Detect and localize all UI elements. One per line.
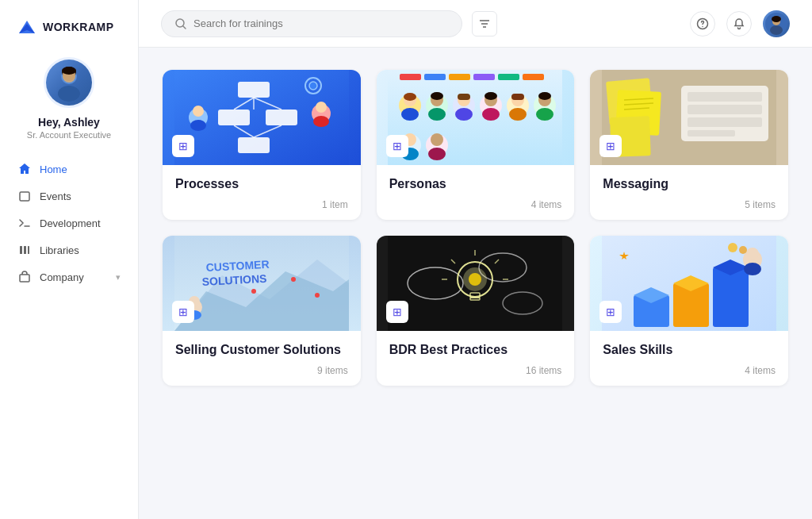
messaging-badge: ⊞ (599, 135, 622, 157)
svg-rect-68 (511, 94, 524, 100)
header-avatar-image (765, 13, 787, 35)
sidebar-item-company[interactable]: Company ▾ (8, 263, 130, 290)
svg-point-72 (538, 92, 551, 100)
svg-point-124 (746, 248, 759, 260)
svg-rect-45 (449, 74, 470, 80)
svg-point-78 (428, 148, 446, 160)
card-processes-image: ⊞ (163, 70, 361, 165)
card-sales[interactable]: ⊞ Sales Skills 4 items (590, 236, 788, 386)
svg-point-41 (309, 82, 317, 90)
logo-text: WORKRAMP (43, 21, 114, 33)
personas-illustration (388, 70, 562, 165)
svg-point-23 (772, 16, 781, 22)
sales-card-title: Sales Skills (603, 342, 776, 359)
sidebar-item-development[interactable]: Development (8, 210, 130, 236)
svg-point-125 (744, 263, 761, 275)
sales-card-items: 4 items (603, 365, 776, 376)
svg-rect-81 (688, 92, 762, 102)
svg-point-51 (401, 108, 419, 121)
svg-rect-27 (266, 110, 297, 125)
company-icon (17, 270, 32, 284)
card-personas[interactable]: ⊞ Personas 4 items (377, 70, 575, 220)
svg-point-71 (536, 108, 553, 121)
svg-rect-43 (400, 74, 421, 80)
chevron-down-icon: ▾ (116, 272, 121, 283)
processes-card-title: Processes (175, 176, 348, 193)
selling-illustration: CUSTOMER SOLUTIONS (174, 236, 349, 331)
filter-button[interactable] (472, 11, 497, 37)
svg-point-8 (62, 67, 76, 75)
user-greeting: Hey, Ashley (38, 116, 100, 129)
card-sales-image: ⊞ (590, 236, 788, 331)
card-selling[interactable]: CUSTOMER SOLUTIONS ⊞ (163, 236, 361, 386)
selling-badge: ⊞ (172, 301, 194, 323)
svg-point-64 (485, 92, 497, 100)
user-title: Sr. Account Executive (27, 130, 111, 140)
messaging-card-body: Messaging 5 items (590, 165, 788, 220)
bdr-card-items: 16 items (389, 365, 562, 376)
svg-rect-12 (28, 246, 29, 254)
sidebar-item-events-label: Events (40, 190, 121, 202)
card-bdr-image: ⊞ (377, 236, 575, 331)
messaging-card-title: Messaging (603, 176, 776, 193)
personas-badge: ⊞ (386, 135, 408, 157)
card-messaging[interactable]: ⊞ Messaging 5 items (590, 70, 788, 220)
svg-point-19 (702, 25, 703, 27)
development-icon (17, 216, 32, 230)
svg-point-56 (431, 92, 443, 100)
svg-rect-47 (498, 74, 519, 80)
selling-card-body: Selling Customer Solutions 9 items (163, 331, 361, 386)
sidebar-item-home[interactable]: Home (8, 156, 130, 183)
sidebar: WORKRAMP Hey, Ashley Sr. Account Executi… (0, 0, 139, 519)
user-avatar[interactable] (44, 57, 94, 108)
sidebar-item-company-label: Company (40, 271, 108, 283)
svg-point-59 (455, 108, 473, 121)
messaging-card-items: 5 items (603, 199, 776, 210)
notifications-button[interactable] (726, 11, 752, 37)
svg-rect-83 (688, 117, 762, 127)
selling-card-title: Selling Customer Solutions (175, 342, 348, 359)
search-bar[interactable] (161, 10, 462, 37)
svg-point-63 (482, 108, 500, 121)
search-input[interactable] (193, 17, 449, 29)
messaging-illustration (602, 70, 776, 165)
personas-card-title: Personas (389, 176, 562, 193)
svg-rect-26 (218, 110, 250, 125)
card-messaging-image: ⊞ (590, 70, 788, 165)
user-menu-button[interactable] (763, 10, 790, 37)
cards-row-2: CUSTOMER SOLUTIONS ⊞ (163, 236, 788, 386)
svg-point-52 (404, 93, 416, 101)
help-icon (696, 17, 709, 30)
libraries-icon (17, 243, 32, 257)
svg-point-128 (739, 246, 747, 254)
svg-rect-46 (473, 74, 495, 80)
avatar-image (50, 63, 88, 102)
svg-point-100 (291, 277, 296, 282)
svg-point-67 (509, 108, 527, 121)
workramp-logo-icon (16, 16, 38, 38)
card-selling-image: CUSTOMER SOLUTIONS ⊞ (163, 236, 361, 331)
sidebar-item-libraries[interactable]: Libraries (8, 236, 130, 263)
processes-card-body: Processes 1 item (163, 165, 361, 220)
sidebar-item-libraries-label: Libraries (40, 244, 121, 256)
svg-rect-11 (24, 246, 26, 254)
svg-rect-28 (238, 137, 270, 153)
card-processes[interactable]: ⊞ Processes 1 item (163, 70, 361, 220)
sidebar-item-home-label: Home (40, 163, 121, 175)
svg-point-108 (469, 273, 481, 286)
help-button[interactable] (690, 11, 715, 37)
events-icon (17, 189, 32, 203)
logo[interactable]: WORKRAMP (0, 16, 114, 38)
card-bdr[interactable]: ⊞ BDR Best Practices 16 items (377, 236, 575, 386)
sidebar-item-events[interactable]: Events (8, 183, 130, 210)
personas-card-items: 4 items (389, 199, 562, 210)
svg-point-101 (315, 293, 320, 298)
processes-illustration (174, 70, 349, 165)
svg-point-22 (770, 25, 783, 35)
sales-badge: ⊞ (599, 301, 622, 323)
svg-rect-60 (458, 94, 470, 100)
svg-point-77 (431, 133, 443, 146)
selling-card-items: 9 items (175, 365, 348, 376)
svg-rect-25 (238, 82, 270, 98)
svg-rect-9 (20, 192, 29, 201)
